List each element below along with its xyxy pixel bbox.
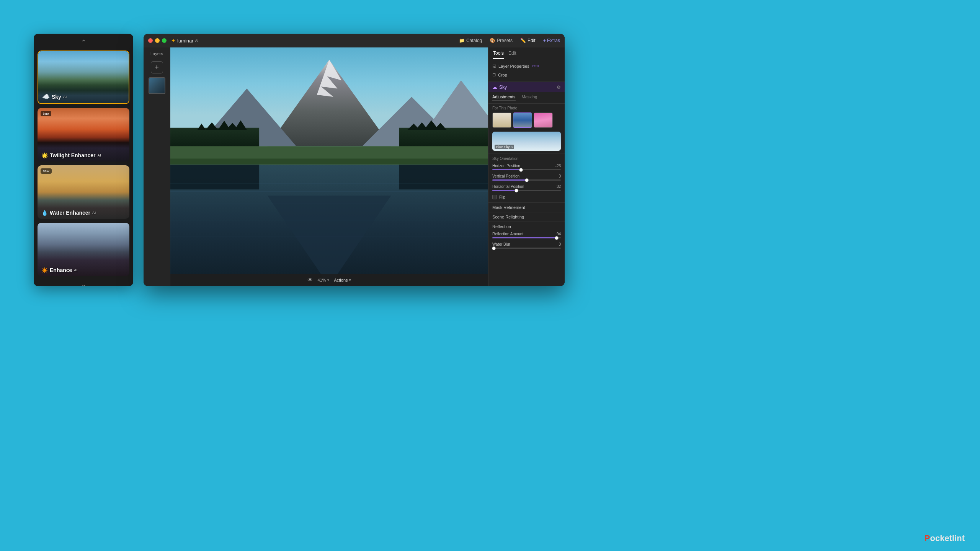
nav-presets[interactable]: 🎨 Presets [490, 38, 513, 43]
maximize-button[interactable] [162, 38, 167, 43]
eye-icon[interactable]: 👁 [307, 277, 313, 283]
water-blur-row: Water Blur 0 [492, 242, 561, 249]
sky-title-label: Sky [499, 85, 507, 90]
actions-label: Actions [334, 278, 348, 282]
reflection-amount-slider-track[interactable] [492, 237, 561, 238]
app-body: Layers + [144, 47, 565, 286]
ai-tools-sidebar: ⌃ ☁️ Sky AI true 🌟 Twilight Enhancer AI … [34, 34, 133, 286]
catalog-icon: 📁 [459, 38, 465, 43]
water-blur-slider-thumb[interactable] [492, 246, 496, 250]
sky-preset-item[interactable]: Blue Sky 3 [492, 132, 561, 151]
horizontal-slider-track[interactable] [492, 190, 561, 191]
sidebar-nav-down[interactable]: ⌄ [37, 280, 130, 286]
right-panel: Tools Edit ◱ Layer Properties PRO ⊡ Crop… [488, 47, 565, 286]
layer-properties-icon: ◱ [492, 64, 496, 68]
crop-icon: ⊡ [492, 72, 496, 77]
scene-relighting-section[interactable]: Scene Relighting [488, 212, 565, 222]
pocketlint-p: Pocketlint [924, 533, 965, 543]
flip-checkbox[interactable] [492, 195, 497, 199]
sky-header[interactable]: ☁ Sky ⚙ [488, 82, 565, 92]
layer-thumbnail[interactable] [149, 77, 165, 94]
add-layer-button[interactable]: + [151, 61, 163, 73]
tab-tools[interactable]: Tools [493, 51, 504, 59]
edit-icon: ✏️ [520, 38, 526, 43]
layers-panel: Layers + [144, 47, 170, 286]
presets-icon: 🎨 [490, 38, 495, 43]
sky-cloud-icon: ☁ [492, 84, 497, 90]
vertical-value: 0 [559, 174, 561, 178]
sky-thumb-2[interactable] [513, 112, 532, 128]
horizon-slider-thumb[interactable] [519, 168, 523, 172]
water-blur-slider-track[interactable] [492, 248, 561, 249]
tool-card-enhance[interactable]: ✴️ Enhance AI [38, 223, 129, 276]
tool-card-twilight[interactable]: true 🌟 Twilight Enhancer AI [38, 108, 129, 161]
svg-rect-22 [399, 165, 488, 190]
tab-adjustments[interactable]: Adjustments [492, 95, 516, 101]
reflection-amount-slider-thumb[interactable] [555, 236, 559, 240]
app-window: ✦ luminar AI 📁 Catalog 🎨 Presets ✏️ Edit… [144, 34, 565, 286]
minimize-button[interactable] [155, 38, 160, 43]
for-this-photo-section: For This Photo [488, 104, 565, 129]
reflection-amount-label: Reflection Amount [492, 232, 523, 236]
tool-card-sky[interactable]: ☁️ Sky AI [38, 51, 129, 104]
water-badge: AI [92, 211, 96, 215]
enhance-icon: ✴️ [41, 267, 48, 273]
sky-title: ☁ Sky [492, 84, 507, 90]
luminar-star-icon: ✦ [171, 37, 176, 44]
layers-title: Layers [150, 51, 163, 56]
sky-thumb-1[interactable] [492, 112, 511, 128]
horizontal-slider-thumb[interactable] [514, 189, 518, 192]
svg-rect-18 [170, 158, 488, 165]
tab-masking[interactable]: Masking [522, 95, 537, 101]
vertical-slider-track[interactable] [492, 179, 561, 181]
nav-catalog[interactable]: 📁 Catalog [459, 38, 482, 43]
sky-gear-icon[interactable]: ⚙ [557, 85, 561, 90]
sky-badge: AI [63, 95, 67, 99]
flip-label: Flip [499, 195, 505, 199]
horizontal-value: -32 [555, 184, 561, 189]
water-blur-value: 0 [559, 242, 561, 246]
new-badge-water: new [41, 168, 52, 174]
canvas-image [170, 47, 488, 286]
water-label: Water Enhancer [50, 210, 90, 216]
crop-label: Crop [498, 73, 507, 77]
horizon-slider-fill [492, 169, 521, 170]
svg-rect-21 [170, 165, 259, 190]
horizontal-label: Horizontal Position [492, 184, 524, 189]
sky-preset-label: Blue Sky 3 [495, 145, 514, 149]
sidebar-nav-up[interactable]: ⌃ [37, 38, 130, 47]
vertical-slider-thumb[interactable] [525, 178, 529, 182]
enhance-label: Enhance [50, 267, 72, 273]
layer-properties-label: Layer Properties [498, 64, 529, 68]
extras-button[interactable]: + Extras [543, 38, 560, 43]
close-button[interactable] [148, 38, 153, 43]
canvas-bottom-bar: 👁 41% ▾ Actions ▾ [170, 274, 488, 286]
mask-refinement-section[interactable]: Mask Refinement [488, 202, 565, 212]
zoom-chevron-icon: ▾ [327, 278, 329, 282]
sky-thumb-3[interactable] [534, 112, 553, 128]
horizon-slider-track[interactable] [492, 169, 561, 170]
sky-label: Sky [52, 94, 61, 100]
zoom-info[interactable]: 41% ▾ [317, 278, 329, 282]
layer-properties-item[interactable]: ◱ Layer Properties PRO [492, 62, 561, 70]
actions-chevron-icon: ▾ [349, 278, 351, 282]
tab-edit[interactable]: Edit [508, 51, 516, 59]
adj-mask-tabs: Adjustments Masking [488, 92, 565, 104]
new-badge-twilight: true [41, 111, 51, 116]
sky-orientation-section: Sky Orientation Horizon Position -23 [488, 153, 565, 202]
reflection-section: Reflection Reflection Amount 94 Wate [488, 222, 565, 255]
actions-button[interactable]: Actions ▾ [334, 278, 351, 282]
app-title: ✦ luminar AI [171, 37, 198, 44]
tool-card-water[interactable]: new 💧 Water Enhancer AI [38, 165, 129, 219]
vertical-slider-fill [492, 179, 527, 181]
panel-top-tabs: Tools Edit [488, 47, 565, 59]
pocketlint-logo: Pocketlint [924, 533, 965, 543]
flip-row: Flip [492, 195, 561, 199]
crop-item[interactable]: ⊡ Crop [492, 70, 561, 79]
app-title-suffix: AI [195, 39, 199, 42]
layer-properties-section: ◱ Layer Properties PRO ⊡ Crop [488, 59, 565, 82]
app-name: luminar [177, 38, 194, 44]
nav-edit[interactable]: ✏️ Edit [520, 38, 536, 43]
twilight-label: Twilight Enhancer [50, 152, 96, 158]
traffic-lights [148, 38, 167, 43]
